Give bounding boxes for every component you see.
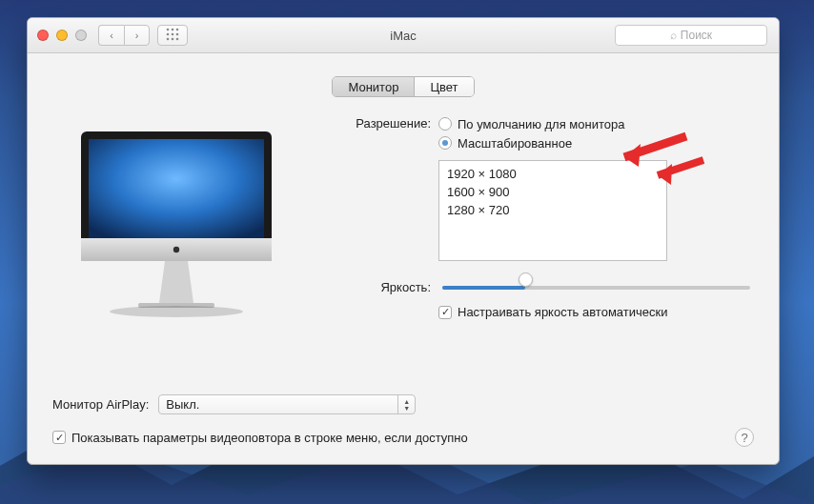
svg-point-3 [167, 33, 170, 36]
monitor-preview [52, 114, 300, 322]
show-mirror-checkbox[interactable]: ✓ Показывать параметры видеоповтора в ст… [52, 431, 468, 445]
close-icon[interactable] [37, 30, 49, 41]
resolution-option[interactable]: 1920 × 1080 [447, 165, 659, 183]
back-button[interactable]: ‹ [98, 25, 124, 46]
search-icon: ⌕ [670, 29, 677, 42]
brightness-slider[interactable] [442, 278, 750, 297]
chevron-left-icon: ‹ [110, 30, 113, 41]
search-input[interactable]: ⌕ Поиск [615, 25, 767, 46]
airplay-select[interactable]: Выкл. ▲▼ [158, 394, 416, 414]
nav-group: ‹ › [98, 25, 150, 46]
brightness-label: Яркость: [319, 278, 438, 297]
titlebar: ‹ › iMac ⌕ Поиск [28, 18, 779, 53]
checkbox-icon: ✓ [52, 431, 66, 444]
zoom-icon[interactable] [75, 30, 87, 41]
tabs: Монитор Цвет [332, 76, 474, 97]
svg-point-0 [167, 29, 170, 31]
svg-point-7 [172, 38, 174, 41]
show-all-button[interactable] [157, 25, 188, 46]
airplay-label: Монитор AirPlay: [52, 397, 149, 412]
resolution-list[interactable]: 1920 × 1080 1600 × 900 1280 × 720 [438, 160, 667, 261]
radio-default[interactable]: По умолчанию для монитора [438, 114, 667, 133]
svg-point-2 [176, 29, 179, 31]
svg-point-4 [172, 33, 174, 36]
window-controls [37, 30, 87, 41]
svg-point-5 [176, 33, 179, 36]
system-preferences-window: ‹ › iMac ⌕ Поиск Мо [27, 17, 780, 465]
forward-button[interactable]: › [124, 25, 150, 46]
checkbox-icon: ✓ [438, 306, 452, 319]
tab-monitor[interactable]: Монитор [333, 77, 414, 96]
search-placeholder: Поиск [681, 29, 712, 42]
radio-icon [438, 136, 452, 150]
svg-point-8 [176, 38, 179, 41]
grid-icon [166, 28, 179, 43]
airplay-value: Выкл. [166, 397, 199, 412]
imac-icon [71, 122, 281, 322]
auto-brightness-checkbox[interactable]: ✓ Настраивать яркость автоматически [438, 305, 754, 319]
svg-point-12 [173, 247, 179, 252]
show-mirror-label: Показывать параметры видеоповтора в стро… [71, 431, 468, 445]
help-icon: ? [741, 431, 747, 445]
auto-brightness-label: Настраивать яркость автоматически [458, 305, 667, 319]
resolution-label: Разрешение: [319, 114, 438, 133]
chevron-right-icon: › [135, 30, 139, 41]
svg-point-1 [172, 29, 174, 31]
slider-thumb[interactable] [519, 272, 533, 287]
radio-icon [438, 117, 452, 131]
svg-point-6 [167, 38, 170, 41]
svg-point-14 [110, 306, 243, 317]
tab-color[interactable]: Цвет [414, 77, 473, 96]
help-button[interactable]: ? [735, 428, 754, 447]
radio-scaled-label: Масштабированное [458, 136, 572, 151]
select-arrows-icon: ▲▼ [397, 395, 415, 413]
minimize-icon[interactable] [56, 30, 68, 41]
resolution-option[interactable]: 1600 × 900 [447, 183, 659, 201]
resolution-option[interactable]: 1280 × 720 [447, 201, 659, 219]
svg-rect-10 [89, 139, 264, 238]
radio-default-label: По умолчанию для монитора [458, 117, 624, 131]
radio-scaled[interactable]: Масштабированное [438, 133, 667, 152]
